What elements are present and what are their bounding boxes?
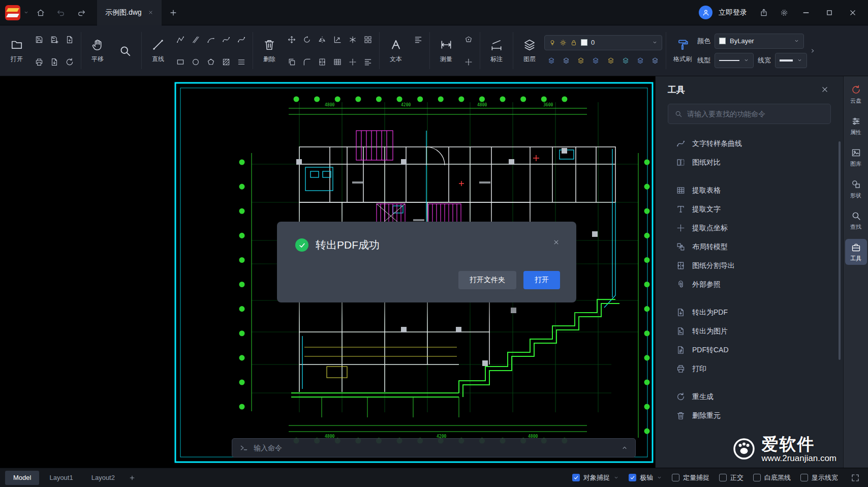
area-measure-button[interactable] bbox=[461, 29, 476, 50]
tool-item-regenerate[interactable]: 重生成 bbox=[676, 387, 843, 406]
fillet-button[interactable] bbox=[299, 52, 315, 72]
layer-match-button[interactable] bbox=[619, 54, 632, 67]
polyline-button[interactable] bbox=[173, 29, 188, 50]
add-layout-button[interactable] bbox=[125, 471, 139, 485]
toggle-polar[interactable]: 极轴 bbox=[629, 473, 662, 482]
toggle-ortho[interactable]: 正交 bbox=[719, 473, 743, 482]
layout-tab-model[interactable]: Model bbox=[5, 471, 39, 485]
app-logo-icon[interactable] bbox=[5, 5, 20, 20]
chevron-down-icon[interactable] bbox=[613, 475, 619, 480]
rail-item-gallery[interactable]: 图库 bbox=[845, 144, 867, 170]
toggle-show-lineweight[interactable]: 显示线宽 bbox=[800, 473, 838, 482]
tool-item-extract-table[interactable]: 提取表格 bbox=[676, 181, 843, 200]
maximize-button[interactable] bbox=[819, 4, 840, 21]
layout-tab-layout2[interactable]: Layout2 bbox=[83, 471, 123, 485]
rail-item-cloud[interactable]: 云盘 bbox=[845, 81, 867, 107]
lineweight-dropdown[interactable] bbox=[775, 53, 807, 68]
layer-isolate-button[interactable] bbox=[605, 54, 617, 67]
line-tool-button[interactable]: 直线 bbox=[145, 28, 171, 73]
mirror-button[interactable] bbox=[315, 29, 330, 50]
tool-item-external-reference[interactable]: 外部参照 bbox=[676, 275, 843, 294]
hatch-button[interactable] bbox=[219, 52, 234, 72]
spline-button[interactable] bbox=[219, 29, 234, 50]
tool-item-drawing-compare[interactable]: 图纸对比 bbox=[676, 153, 843, 172]
tool-item-pdf-to-cad[interactable]: PDF转CAD bbox=[676, 341, 843, 359]
tool-item-layout-to-model[interactable]: 布局转模型 bbox=[676, 237, 843, 256]
rotate-button[interactable] bbox=[299, 29, 315, 50]
layer-merge-button[interactable] bbox=[649, 54, 661, 67]
settings-button[interactable] bbox=[776, 4, 793, 21]
text-tool-button[interactable]: 文本 bbox=[383, 28, 409, 73]
copy-button[interactable] bbox=[284, 52, 299, 72]
tools-panel-close-button[interactable] bbox=[819, 83, 831, 96]
home-button[interactable] bbox=[32, 4, 49, 21]
chevron-down-icon[interactable] bbox=[657, 475, 662, 480]
tool-item-extract-text[interactable]: 提取文字 bbox=[676, 200, 843, 219]
color-dropdown[interactable]: ByLayer bbox=[715, 34, 804, 49]
format-painter-button[interactable]: 格式刷 bbox=[670, 28, 695, 73]
text-align-button[interactable] bbox=[411, 29, 426, 50]
open-pdf-button[interactable]: 打开 bbox=[523, 271, 560, 289]
undo-button[interactable] bbox=[52, 4, 70, 21]
layout-tab-layout1[interactable]: Layout1 bbox=[41, 471, 81, 485]
refresh-button[interactable] bbox=[62, 52, 77, 72]
drawing-canvas[interactable]: 4800420048003600 480042004800 bbox=[0, 76, 655, 468]
save-as-button[interactable] bbox=[47, 29, 62, 50]
toggle-grid-snap[interactable]: 定量捕捉 bbox=[672, 473, 709, 482]
coord-measure-button[interactable] bbox=[461, 52, 476, 72]
command-input[interactable] bbox=[254, 444, 616, 452]
close-window-button[interactable] bbox=[843, 4, 863, 21]
array-button[interactable] bbox=[360, 29, 376, 50]
save-button[interactable] bbox=[32, 29, 47, 50]
chevron-up-icon[interactable] bbox=[621, 444, 628, 451]
tool-item-split-export[interactable]: 图纸分割导出 bbox=[676, 256, 843, 275]
rail-item-find[interactable]: 查找 bbox=[845, 207, 867, 233]
circle-button[interactable] bbox=[188, 52, 203, 72]
open-folder-button[interactable]: 打开文件夹 bbox=[458, 271, 516, 289]
move-button[interactable] bbox=[284, 29, 299, 50]
break-button[interactable] bbox=[315, 52, 330, 72]
login-link[interactable]: 立即登录 bbox=[719, 8, 747, 17]
curve-button[interactable] bbox=[234, 29, 249, 50]
fullscreen-button[interactable] bbox=[848, 470, 863, 485]
export-pdf-button[interactable] bbox=[47, 52, 62, 72]
parallel-lines-button[interactable] bbox=[188, 29, 203, 50]
print-button[interactable] bbox=[32, 52, 47, 72]
tool-item-extract-point-coords[interactable]: 提取点坐标 bbox=[676, 219, 843, 237]
explode-button[interactable] bbox=[345, 29, 360, 50]
redo-button[interactable] bbox=[73, 4, 90, 21]
tools-search-input[interactable] bbox=[687, 110, 824, 118]
avatar[interactable] bbox=[699, 6, 712, 19]
rail-item-properties[interactable]: 属性 bbox=[845, 113, 867, 139]
new-file-button[interactable] bbox=[62, 29, 77, 50]
tool-item-export-image[interactable]: 转出为图片 bbox=[676, 322, 843, 341]
layer-freeze-button[interactable] bbox=[575, 54, 587, 67]
draw-more-button[interactable] bbox=[234, 52, 249, 72]
minimize-button[interactable] bbox=[796, 4, 816, 21]
measure-button[interactable]: 测量 bbox=[433, 28, 459, 73]
document-tab[interactable]: 示例图.dwg bbox=[97, 0, 162, 25]
table-edit-button[interactable] bbox=[330, 52, 345, 72]
point-button[interactable] bbox=[345, 52, 360, 72]
stretch-button[interactable] bbox=[330, 29, 345, 50]
layer-off-button[interactable] bbox=[560, 54, 572, 67]
toggle-white-background[interactable]: 白底黑线 bbox=[753, 473, 791, 482]
toggle-object-snap[interactable]: 对象捕捉 bbox=[572, 473, 619, 482]
arc-button[interactable] bbox=[203, 29, 219, 50]
layer-button[interactable]: 图层 bbox=[517, 28, 542, 73]
layer-prev-button[interactable] bbox=[634, 54, 646, 67]
share-button[interactable] bbox=[755, 4, 772, 21]
erase-button[interactable]: 删除 bbox=[257, 28, 282, 73]
tool-item-export-pdf[interactable]: 转出为PDF bbox=[676, 303, 843, 322]
app-menu-chevron-icon[interactable] bbox=[23, 10, 29, 15]
pan-button[interactable]: 平移 bbox=[85, 28, 110, 73]
rail-item-shapes[interactable]: 形状 bbox=[845, 176, 867, 202]
rectangle-button[interactable] bbox=[173, 52, 188, 72]
tool-item-text-to-spline[interactable]: 文字转样条曲线 bbox=[676, 134, 843, 153]
layer-on-button[interactable] bbox=[545, 54, 557, 67]
tab-close-icon[interactable] bbox=[148, 10, 153, 15]
dialog-close-button[interactable] bbox=[549, 235, 563, 249]
modify-more-button[interactable] bbox=[360, 52, 376, 72]
new-tab-button[interactable] bbox=[165, 4, 182, 21]
linetype-dropdown[interactable] bbox=[715, 53, 754, 68]
